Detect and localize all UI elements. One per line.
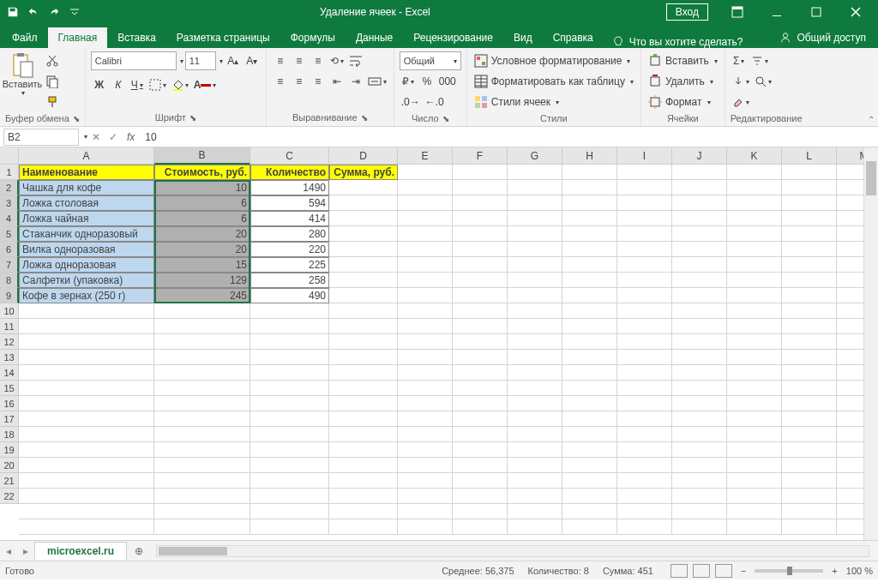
cell-I12[interactable] [617,334,672,350]
cell-I4[interactable] [617,211,672,226]
cell-H18[interactable] [562,427,617,442]
cell-I16[interactable] [617,396,672,411]
cell-L10[interactable] [782,303,837,319]
cell-M5[interactable] [837,226,863,242]
cell-M2[interactable] [837,180,863,195]
fill-color-button[interactable]: ▾ [170,75,190,94]
cell-A22[interactable] [19,489,154,504]
cell-D7[interactable] [329,257,398,273]
cell-D16[interactable] [329,396,398,411]
cell-I5[interactable] [617,226,672,242]
cell-M19[interactable] [837,442,863,458]
column-header-I[interactable]: I [617,147,672,165]
cell-C13[interactable] [250,350,329,365]
cell-J14[interactable] [672,365,727,381]
cell-H13[interactable] [562,350,617,365]
insert-cells-button[interactable]: Вставить▾ [646,51,719,70]
cell-E23[interactable] [398,504,453,519]
cell-C20[interactable] [250,458,329,473]
cell-J1[interactable] [672,165,727,180]
cell-F19[interactable] [453,442,508,458]
cell-K7[interactable] [727,257,782,273]
row-header-1[interactable]: 1 [0,165,19,180]
cell-I21[interactable] [617,473,672,489]
cell-H21[interactable] [562,473,617,489]
row-header-13[interactable]: 13 [0,350,19,365]
cell-F24[interactable] [453,519,508,535]
cell-M3[interactable] [837,195,863,211]
tab-file[interactable]: Файл [2,27,48,48]
cell-G24[interactable] [508,519,562,535]
cell-G22[interactable] [508,489,562,504]
cell-K17[interactable] [727,411,782,427]
comma-button[interactable]: 000 [437,72,458,91]
align-right-button[interactable]: ≡ [310,72,327,91]
cell-M17[interactable] [837,411,863,427]
copy-button[interactable] [43,72,62,91]
cell-F15[interactable] [453,381,508,396]
cell-G3[interactable] [508,195,562,211]
cell-F22[interactable] [453,489,508,504]
cell-I10[interactable] [617,303,672,319]
cell-H9[interactable] [562,288,617,303]
cell-F7[interactable] [453,257,508,273]
cell-G1[interactable] [508,165,562,180]
row-header-9[interactable]: 9 [0,288,19,303]
cell-C4[interactable]: 414 [250,211,329,226]
cell-styles-button[interactable]: Стили ячеек▾ [472,93,561,111]
cell-L2[interactable] [782,180,837,195]
cell-G16[interactable] [508,396,562,411]
autosum-button[interactable]: Σ▾ [731,51,748,70]
conditional-formatting-button[interactable]: Условное форматирование▾ [472,51,633,70]
increase-font-button[interactable]: A▴ [225,51,242,70]
cell-B8[interactable]: 129 [154,273,250,288]
row-header-17[interactable]: 17 [0,411,19,427]
cell-A19[interactable] [19,442,154,458]
cell-J19[interactable] [672,442,727,458]
row-header-8[interactable]: 8 [0,273,19,288]
tab-page-layout[interactable]: Разметка страницы [166,27,280,48]
cell-M18[interactable] [837,427,863,442]
align-bottom-button[interactable]: ≡ [310,51,327,70]
cell-F5[interactable] [453,226,508,242]
accounting-format-button[interactable]: ₽▾ [400,72,417,91]
cell-I17[interactable] [617,411,672,427]
cell-M20[interactable] [837,458,863,473]
tab-data[interactable]: Данные [346,27,403,48]
cell-L11[interactable] [782,319,837,334]
cell-A4[interactable]: Ложка чайная [19,211,154,226]
cell-D19[interactable] [329,442,398,458]
cell-A3[interactable]: Ложка столовая [19,195,154,211]
decrease-font-button[interactable]: A▾ [244,51,261,70]
italic-button[interactable]: К [110,75,127,94]
cell-J2[interactable] [672,180,727,195]
cell-F21[interactable] [453,473,508,489]
cell-B19[interactable] [154,442,250,458]
cell-E14[interactable] [398,365,453,381]
cell-J22[interactable] [672,489,727,504]
cell-H15[interactable] [562,381,617,396]
cell-E7[interactable] [398,257,453,273]
cell-J3[interactable] [672,195,727,211]
cell-H17[interactable] [562,411,617,427]
cell-J10[interactable] [672,303,727,319]
cancel-formula-button[interactable]: ✕ [87,129,105,146]
cell-C8[interactable]: 258 [250,273,329,288]
cell-E21[interactable] [398,473,453,489]
cell-E19[interactable] [398,442,453,458]
cell-D11[interactable] [329,319,398,334]
cell-E2[interactable] [398,180,453,195]
qat-customize-button[interactable] [65,3,84,21]
cell-K11[interactable] [727,319,782,334]
cell-C16[interactable] [250,396,329,411]
cell-L6[interactable] [782,242,837,257]
cell-D3[interactable] [329,195,398,211]
cell-J24[interactable] [672,519,727,535]
cell-L24[interactable] [782,519,837,535]
cell-J21[interactable] [672,473,727,489]
zoom-slider[interactable] [755,569,823,573]
cell-C2[interactable]: 1490 [250,180,329,195]
cell-F1[interactable] [453,165,508,180]
column-header-M[interactable]: M [837,147,863,165]
cell-C22[interactable] [250,489,329,504]
